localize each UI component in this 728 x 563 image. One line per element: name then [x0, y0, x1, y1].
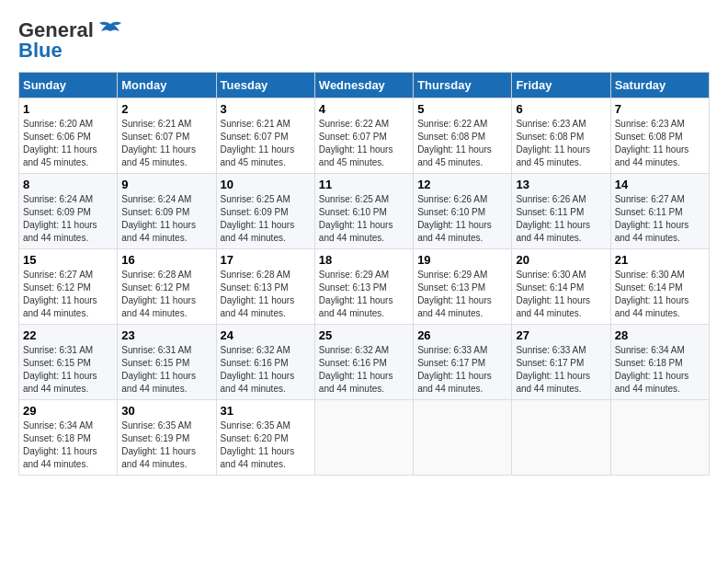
day-number: 8: [23, 178, 113, 191]
day-number: 11: [319, 178, 409, 191]
day-number: 9: [121, 178, 211, 191]
calendar-cell: 9 Sunrise: 6:24 AMSunset: 6:09 PMDayligh…: [118, 174, 216, 249]
day-info: Sunrise: 6:28 AMSunset: 6:13 PMDaylight:…: [221, 270, 295, 318]
calendar-cell: 18 Sunrise: 6:29 AMSunset: 6:13 PMDaylig…: [314, 249, 413, 325]
day-number: 28: [615, 328, 705, 342]
weekday-header-wednesday: Wednesday: [314, 73, 413, 98]
logo-bird-icon: [97, 20, 123, 40]
calendar-cell: [512, 400, 610, 476]
day-number: 4: [319, 102, 409, 116]
weekday-header-tuesday: Tuesday: [216, 73, 314, 98]
calendar-cell: 5 Sunrise: 6:22 AMSunset: 6:08 PMDayligh…: [414, 98, 512, 174]
calendar-cell: 21 Sunrise: 6:30 AMSunset: 6:14 PMDaylig…: [610, 249, 709, 325]
calendar-cell: 12 Sunrise: 6:26 AMSunset: 6:10 PMDaylig…: [414, 174, 512, 249]
week-row-5: 29 Sunrise: 6:34 AMSunset: 6:18 PMDaylig…: [19, 400, 710, 476]
weekday-header-monday: Monday: [118, 73, 216, 98]
day-info: Sunrise: 6:20 AMSunset: 6:06 PMDaylight:…: [23, 119, 97, 167]
day-info: Sunrise: 6:29 AMSunset: 6:13 PMDaylight:…: [417, 270, 492, 318]
calendar-cell: 15 Sunrise: 6:27 AMSunset: 6:12 PMDaylig…: [19, 249, 118, 325]
calendar-cell: 3 Sunrise: 6:21 AMSunset: 6:07 PMDayligh…: [216, 98, 314, 174]
calendar-cell: [314, 400, 413, 476]
day-info: Sunrise: 6:25 AMSunset: 6:09 PMDaylight:…: [221, 194, 295, 243]
day-number: 1: [23, 102, 113, 116]
day-number: 17: [221, 253, 311, 267]
day-info: Sunrise: 6:24 AMSunset: 6:09 PMDaylight:…: [23, 194, 97, 243]
day-info: Sunrise: 6:31 AMSunset: 6:15 PMDaylight:…: [23, 345, 97, 394]
day-number: 22: [23, 328, 113, 342]
day-number: 5: [417, 102, 507, 116]
calendar-table: SundayMondayTuesdayWednesdayThursdayFrid…: [18, 72, 710, 476]
day-info: Sunrise: 6:22 AMSunset: 6:08 PMDaylight:…: [417, 119, 492, 167]
calendar-cell: 14 Sunrise: 6:27 AMSunset: 6:11 PMDaylig…: [610, 174, 709, 249]
day-number: 25: [319, 328, 409, 342]
day-number: 20: [516, 253, 606, 267]
day-number: 30: [121, 404, 211, 418]
day-number: 16: [121, 253, 211, 267]
day-number: 12: [417, 178, 507, 191]
day-number: 19: [417, 253, 507, 267]
day-info: Sunrise: 6:28 AMSunset: 6:12 PMDaylight:…: [121, 270, 196, 318]
calendar-cell: 27 Sunrise: 6:33 AMSunset: 6:17 PMDaylig…: [512, 325, 610, 400]
day-info: Sunrise: 6:23 AMSunset: 6:08 PMDaylight:…: [516, 119, 590, 167]
day-info: Sunrise: 6:21 AMSunset: 6:07 PMDaylight:…: [121, 119, 196, 167]
week-row-2: 8 Sunrise: 6:24 AMSunset: 6:09 PMDayligh…: [19, 174, 710, 249]
day-info: Sunrise: 6:32 AMSunset: 6:16 PMDaylight:…: [319, 345, 393, 394]
logo-blue-text: Blue: [18, 39, 63, 63]
calendar-cell: 23 Sunrise: 6:31 AMSunset: 6:15 PMDaylig…: [118, 325, 216, 400]
day-info: Sunrise: 6:35 AMSunset: 6:19 PMDaylight:…: [121, 420, 196, 469]
day-number: 6: [516, 102, 606, 116]
page-header: General Blue: [18, 18, 710, 63]
day-info: Sunrise: 6:23 AMSunset: 6:08 PMDaylight:…: [615, 119, 689, 167]
calendar-cell: 19 Sunrise: 6:29 AMSunset: 6:13 PMDaylig…: [414, 249, 512, 325]
calendar-cell: 24 Sunrise: 6:32 AMSunset: 6:16 PMDaylig…: [216, 325, 314, 400]
day-info: Sunrise: 6:31 AMSunset: 6:15 PMDaylight:…: [121, 345, 196, 394]
calendar-cell: 4 Sunrise: 6:22 AMSunset: 6:07 PMDayligh…: [314, 98, 413, 174]
day-info: Sunrise: 6:35 AMSunset: 6:20 PMDaylight:…: [221, 420, 295, 469]
day-info: Sunrise: 6:33 AMSunset: 6:17 PMDaylight:…: [417, 345, 492, 394]
calendar-cell: 30 Sunrise: 6:35 AMSunset: 6:19 PMDaylig…: [118, 400, 216, 476]
day-info: Sunrise: 6:29 AMSunset: 6:13 PMDaylight:…: [319, 270, 393, 318]
day-number: 13: [516, 178, 606, 191]
weekday-header-sunday: Sunday: [19, 73, 118, 98]
day-info: Sunrise: 6:21 AMSunset: 6:07 PMDaylight:…: [221, 119, 295, 167]
day-number: 18: [319, 253, 409, 267]
calendar-cell: 20 Sunrise: 6:30 AMSunset: 6:14 PMDaylig…: [512, 249, 610, 325]
logo: General Blue: [18, 18, 123, 63]
day-number: 26: [417, 328, 507, 342]
day-number: 15: [23, 253, 113, 267]
day-number: 23: [121, 328, 211, 342]
day-info: Sunrise: 6:27 AMSunset: 6:12 PMDaylight:…: [23, 270, 97, 318]
calendar-cell: 16 Sunrise: 6:28 AMSunset: 6:12 PMDaylig…: [118, 249, 216, 325]
weekday-header-row: SundayMondayTuesdayWednesdayThursdayFrid…: [19, 73, 710, 98]
calendar-cell: 8 Sunrise: 6:24 AMSunset: 6:09 PMDayligh…: [19, 174, 118, 249]
day-number: 7: [615, 102, 705, 116]
day-number: 14: [615, 178, 705, 191]
calendar-cell: 28 Sunrise: 6:34 AMSunset: 6:18 PMDaylig…: [610, 325, 709, 400]
calendar-cell: [610, 400, 709, 476]
day-info: Sunrise: 6:26 AMSunset: 6:10 PMDaylight:…: [417, 194, 492, 243]
day-number: 3: [221, 102, 311, 116]
day-number: 31: [221, 404, 311, 418]
calendar-cell: 11 Sunrise: 6:25 AMSunset: 6:10 PMDaylig…: [314, 174, 413, 249]
calendar-cell: 25 Sunrise: 6:32 AMSunset: 6:16 PMDaylig…: [314, 325, 413, 400]
day-info: Sunrise: 6:34 AMSunset: 6:18 PMDaylight:…: [615, 345, 689, 394]
calendar-cell: 13 Sunrise: 6:26 AMSunset: 6:11 PMDaylig…: [512, 174, 610, 249]
calendar-cell: 10 Sunrise: 6:25 AMSunset: 6:09 PMDaylig…: [216, 174, 314, 249]
day-info: Sunrise: 6:33 AMSunset: 6:17 PMDaylight:…: [516, 345, 590, 394]
calendar-cell: 7 Sunrise: 6:23 AMSunset: 6:08 PMDayligh…: [610, 98, 709, 174]
day-number: 2: [121, 102, 211, 116]
calendar-cell: 22 Sunrise: 6:31 AMSunset: 6:15 PMDaylig…: [19, 325, 118, 400]
weekday-header-friday: Friday: [512, 73, 610, 98]
calendar-cell: 31 Sunrise: 6:35 AMSunset: 6:20 PMDaylig…: [216, 400, 314, 476]
calendar-cell: [414, 400, 512, 476]
day-info: Sunrise: 6:34 AMSunset: 6:18 PMDaylight:…: [23, 420, 97, 469]
day-number: 10: [221, 178, 311, 191]
day-number: 21: [615, 253, 705, 267]
day-info: Sunrise: 6:27 AMSunset: 6:11 PMDaylight:…: [615, 194, 689, 243]
calendar-cell: 17 Sunrise: 6:28 AMSunset: 6:13 PMDaylig…: [216, 249, 314, 325]
day-info: Sunrise: 6:24 AMSunset: 6:09 PMDaylight:…: [121, 194, 196, 243]
week-row-1: 1 Sunrise: 6:20 AMSunset: 6:06 PMDayligh…: [19, 98, 710, 174]
day-info: Sunrise: 6:30 AMSunset: 6:14 PMDaylight:…: [516, 270, 590, 318]
week-row-3: 15 Sunrise: 6:27 AMSunset: 6:12 PMDaylig…: [19, 249, 710, 325]
day-info: Sunrise: 6:22 AMSunset: 6:07 PMDaylight:…: [319, 119, 393, 167]
